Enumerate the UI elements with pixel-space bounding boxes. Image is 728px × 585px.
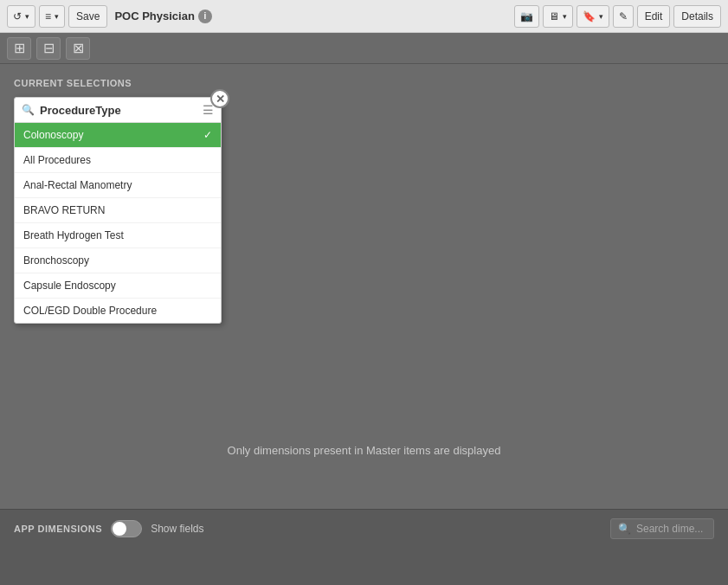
center-message: Only dimensions present in Master items … (228, 444, 501, 457)
list-item[interactable]: Bronchoscopy (15, 248, 221, 273)
show-fields-label: Show fields (151, 523, 203, 535)
contract-button[interactable]: ⊟ (36, 37, 61, 60)
pencil-icon: ✎ (619, 10, 628, 22)
app-dimensions-label: APP DIMENSIONS (14, 524, 102, 534)
save-button[interactable]: Save (68, 5, 107, 28)
bookmark-button[interactable]: 🔖 ▾ (577, 5, 609, 28)
list-item[interactable]: COL/EGD Double Procedure (15, 299, 221, 323)
close-icon: ✕ (216, 93, 225, 106)
list-button[interactable]: ≡ ▾ (39, 5, 65, 28)
list-item[interactable]: Anal-Rectal Manometry (15, 173, 221, 198)
dimensions-row: APP DIMENSIONS Show fields 🔍 (0, 509, 728, 547)
dropdown-list: Colonoscopy ✓ All Procedures Anal-Rectal… (15, 123, 221, 323)
procedure-type-dropdown: ✕ 🔍 ProcedureType ☰ Colonoscopy ✓ All Pr… (14, 97, 222, 324)
close-x-icon: ⊠ (73, 40, 84, 56)
list-item[interactable]: BRAVO RETURN (15, 198, 221, 223)
list-icon: ≡ (45, 10, 51, 22)
show-fields-toggle[interactable] (111, 520, 142, 537)
main-toolbar: ↺ ▾ ≡ ▾ Save POC Physician i 📷 🖥 ▾ 🔖 ▾ ✎… (0, 0, 728, 33)
chevron-down-icon2: ▾ (55, 12, 59, 21)
dropdown-header: 🔍 ProcedureType ☰ (15, 98, 221, 123)
main-scroll: CURRENT SELECTIONS ✕ 🔍 ProcedureType ☰ C… (0, 64, 728, 509)
monitor-icon: 🖥 (549, 10, 559, 22)
search-icon-sm: 🔍 (618, 523, 631, 535)
list-item[interactable]: Colonoscopy ✓ (15, 123, 221, 148)
dropdown-title: ProcedureType (40, 104, 197, 117)
info-icon[interactable]: i (198, 10, 212, 23)
toolbar-right: 📷 🖥 ▾ 🔖 ▾ ✎ Edit Details (514, 5, 721, 28)
search-dimensions-input[interactable] (636, 523, 705, 535)
content-area: CURRENT SELECTIONS ✕ 🔍 ProcedureType ☰ C… (0, 64, 728, 547)
expand-button[interactable]: ⊞ (7, 37, 31, 60)
page-title: POC Physician i (114, 10, 211, 23)
monitor-button[interactable]: 🖥 ▾ (543, 5, 573, 28)
camera-button[interactable]: 📷 (514, 5, 539, 28)
list-item[interactable]: All Procedures (15, 148, 221, 173)
chevron-down-icon: ▾ (25, 12, 29, 21)
bookmark-icon: 🔖 (583, 10, 596, 22)
refresh-button[interactable]: ↺ ▾ (7, 5, 35, 28)
list-item[interactable]: Breath Hydrogen Test (15, 223, 221, 248)
pencil-button[interactable]: ✎ (613, 5, 634, 28)
current-selections-label: CURRENT SELECTIONS (14, 78, 714, 88)
close-button[interactable]: ✕ (210, 89, 229, 108)
search-icon: 🔍 (22, 104, 35, 116)
save-label: Save (76, 10, 100, 22)
search-dimensions[interactable]: 🔍 (610, 518, 714, 539)
list-item[interactable]: Capsule Endoscopy (15, 273, 221, 299)
edit-button[interactable]: Edit (637, 5, 671, 28)
chevron-down-icon3: ▾ (563, 12, 567, 21)
chevron-down-icon4: ▾ (599, 12, 603, 21)
close-x-button[interactable]: ⊠ (66, 37, 90, 60)
secondary-toolbar: ⊞ ⊟ ⊠ (0, 33, 728, 64)
camera-icon: 📷 (520, 10, 533, 22)
details-button[interactable]: Details (673, 5, 721, 28)
expand-icon: ⊞ (14, 40, 25, 56)
refresh-icon: ↺ (13, 10, 22, 22)
check-icon: ✓ (203, 129, 212, 141)
contract-icon: ⊟ (43, 40, 55, 56)
